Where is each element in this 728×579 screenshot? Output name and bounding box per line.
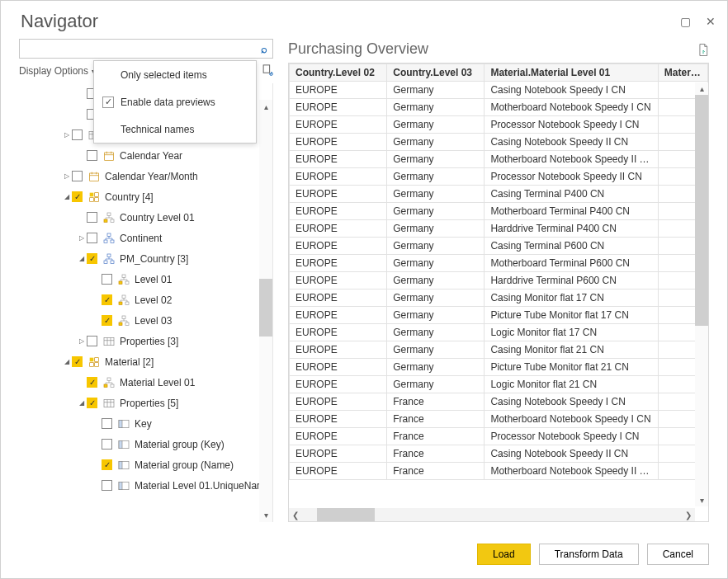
tree-item[interactable]: Material group (Key) (19, 434, 272, 454)
table-row[interactable]: EUROPEFranceProcessor Notebook Speedy I … (290, 428, 708, 445)
table-row[interactable]: EUROPEGermanyProcessor Notebook Speedy I… (290, 116, 708, 134)
tree-item[interactable]: Material group (Name) (19, 454, 272, 475)
table-row[interactable]: EUROPEGermanyMotherboard Terminal P400 C… (290, 203, 708, 220)
twisty-icon[interactable]: ◢ (77, 255, 87, 262)
scroll-thumb[interactable] (317, 508, 375, 521)
table-row[interactable]: EUROPEGermanyLogic Monitor flat 21 CN (290, 376, 708, 393)
tree-item[interactable]: Material Level 01.UniqueName (19, 475, 272, 496)
search-input-wrap[interactable]: ⌕ (19, 39, 273, 59)
tree-item[interactable]: Calendar Year (19, 145, 272, 166)
checkbox[interactable] (72, 191, 83, 202)
maximize-button[interactable]: ▢ (680, 15, 691, 28)
table-row[interactable]: EUROPEFranceCasing Notebook Speedy II CN (290, 445, 708, 463)
scroll-down-icon[interactable]: ▾ (698, 494, 706, 506)
tree-item[interactable]: ▷Properties [3] (19, 331, 272, 351)
table-row[interactable]: EUROPEFranceMotherboard Notebook Speedy … (290, 463, 708, 480)
tree-item[interactable]: Country Level 01 (19, 207, 272, 228)
tree-view[interactable]: ▷MCalendar Year▷Calendar Year/Month◢Coun… (19, 83, 273, 522)
twisty-icon[interactable]: ◢ (62, 193, 72, 200)
twisty-icon[interactable]: ▷ (62, 172, 72, 180)
scroll-thumb[interactable] (259, 279, 272, 337)
tree-item[interactable]: Level 01 (19, 269, 272, 290)
checkbox[interactable] (102, 439, 112, 450)
checkbox[interactable] (87, 233, 97, 243)
twisty-icon[interactable]: ▷ (77, 234, 87, 242)
close-button[interactable]: ✕ (706, 15, 716, 28)
table-row[interactable]: EUROPEGermanyCasing Terminal P400 CN (290, 186, 708, 203)
menu-only-selected[interactable]: ✓ Only selected items (94, 61, 256, 88)
tree-item[interactable]: ◢PM_Country [3] (19, 248, 272, 269)
table-row[interactable]: EUROPEGermanyCasing Monitor flat 21 CN (290, 341, 708, 359)
table-row[interactable]: EUROPEGermanyPicture Tube Monitor flat 2… (290, 359, 708, 376)
scroll-thumb[interactable] (695, 95, 708, 326)
table-row[interactable]: EUROPEGermanyMotherboard Notebook Speedy… (290, 151, 708, 168)
cell: EUROPE (290, 341, 387, 359)
checkbox[interactable] (87, 336, 97, 346)
tree-item[interactable]: Key (19, 413, 272, 434)
scroll-left-icon[interactable]: ❮ (289, 511, 302, 520)
table-row[interactable]: EUROPEGermanyHarddrive Terminal P400 CN (290, 220, 708, 238)
checkbox[interactable] (102, 315, 112, 326)
checkbox[interactable] (102, 480, 112, 491)
twisty-icon[interactable]: ◢ (62, 358, 72, 365)
checkbox[interactable] (102, 459, 112, 470)
scroll-up-icon[interactable]: ▴ (264, 100, 268, 114)
tree-item[interactable]: Level 02 (19, 290, 272, 310)
table-row[interactable]: EUROPEGermanyProcessor Notebook Speedy I… (290, 168, 708, 186)
table-row[interactable]: EUROPEGermanyMotherboard Terminal P600 C… (290, 255, 708, 272)
table-row[interactable]: EUROPEGermanyCasing Terminal P600 CN (290, 238, 708, 255)
table-row[interactable]: EUROPEGermanyCasing Notebook Speedy I CN (290, 82, 708, 99)
preview-grid[interactable]: Country.Level 02Country.Level 03Material… (288, 63, 709, 522)
table-row[interactable]: EUROPEFranceMotherboard Notebook Speedy … (290, 411, 708, 428)
table-row[interactable]: EUROPEGermanyHarddrive Terminal P600 CN (290, 272, 708, 290)
tree-item[interactable]: Material Level 01 (19, 372, 272, 393)
menu-enable-previews[interactable]: ✓ Enable data previews (94, 88, 256, 115)
scroll-down-icon[interactable]: ▾ (264, 508, 268, 522)
checkbox[interactable] (72, 171, 83, 181)
tree-item[interactable]: ◢Country [4] (19, 186, 272, 207)
scroll-up-icon[interactable]: ▴ (698, 82, 706, 95)
tree-item[interactable]: ◢Properties [5] (19, 393, 272, 413)
search-input[interactable] (25, 40, 261, 57)
table-row[interactable]: EUROPEGermanyPicture Tube Monitor flat 1… (290, 307, 708, 324)
twisty-icon[interactable]: ◢ (77, 399, 87, 407)
tree-item[interactable]: ◢Material [2] (19, 351, 272, 372)
checkbox[interactable] (102, 294, 112, 305)
tree-item[interactable]: ▷Calendar Year/Month (19, 166, 272, 186)
display-options-dropdown[interactable]: Display Options ▾ (19, 65, 95, 77)
scroll-right-icon[interactable]: ❯ (682, 511, 695, 520)
document-icon[interactable] (697, 43, 709, 59)
cancel-button[interactable]: Cancel (647, 544, 709, 565)
checkbox[interactable] (87, 377, 97, 388)
transform-button[interactable]: Transform Data (539, 544, 639, 565)
checkbox[interactable] (72, 129, 83, 140)
refresh-icon[interactable] (261, 64, 273, 78)
grid-v-scrollbar[interactable]: ▴ ▾ (695, 82, 708, 506)
table-row[interactable]: EUROPEGermanyCasing Notebook Speedy II C… (290, 134, 708, 151)
checkbox[interactable] (87, 150, 97, 161)
grid-h-scrollbar[interactable]: ❮ ❯ (289, 508, 695, 521)
table-row[interactable]: EUROPEGermanyMotherboard Notebook Speedy… (290, 99, 708, 116)
column-header[interactable]: Country.Level 02 (290, 64, 387, 82)
tree-item[interactable]: Level 03 (19, 310, 272, 331)
checkbox[interactable] (87, 398, 97, 408)
table-row[interactable]: EUROPEGermanyLogic Monitor flat 17 CN (290, 324, 708, 341)
table-row[interactable]: EUROPEGermanyCasing Monitor flat 17 CN (290, 290, 708, 307)
search-icon[interactable]: ⌕ (261, 43, 267, 55)
checkbox[interactable] (87, 253, 97, 264)
twisty-icon[interactable]: ▷ (62, 131, 72, 139)
menu-technical-names[interactable]: ✓ Technical names (94, 115, 256, 143)
twisty-icon[interactable]: ▷ (77, 337, 87, 345)
column-header[interactable]: Material.Material Level 01 (485, 64, 658, 82)
tree-item[interactable]: ▷Continent (19, 228, 272, 248)
load-button[interactable]: Load (477, 544, 531, 565)
checkbox[interactable] (87, 212, 97, 223)
cell: Motherboard Notebook Speedy I CN (485, 411, 658, 428)
table-row[interactable]: EUROPEFranceCasing Notebook Speedy I CN (290, 393, 708, 411)
column-header[interactable]: Country.Level 03 (387, 64, 485, 82)
tree-scrollbar[interactable]: ▴ ▾ (259, 100, 272, 522)
column-header[interactable]: Material (658, 64, 707, 82)
checkbox[interactable] (72, 356, 83, 367)
checkbox[interactable] (102, 418, 112, 429)
checkbox[interactable] (102, 274, 112, 285)
